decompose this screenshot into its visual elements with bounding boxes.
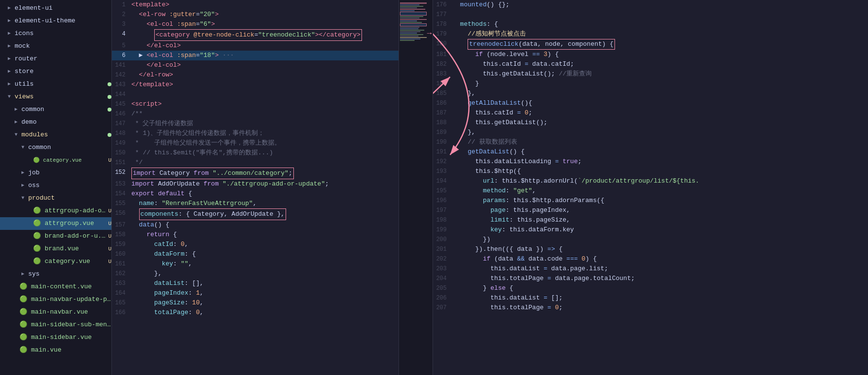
sidebar-item-mock[interactable]: ▶ mock	[0, 40, 111, 53]
code-line-5[interactable]: 5 </el-col>	[112, 41, 398, 51]
sidebar-item-product[interactable]: ▼ product	[0, 192, 111, 205]
right-code-line-198[interactable]: 198 limit: this.pageSize,	[433, 215, 868, 225]
sidebar-item-main-sidebar[interactable]: 🟢 main-sidebar.vue	[0, 331, 111, 344]
left-code-scroll[interactable]: 1 <template> 2 <el-row :gutter="20"> 3 <…	[112, 0, 398, 375]
sidebar-item-store[interactable]: ▶ store	[0, 65, 111, 78]
sidebar-item-icons[interactable]: ▶ icons	[0, 27, 111, 40]
sidebar-item-router[interactable]: ▶ router	[0, 53, 111, 65]
right-code-line-194[interactable]: 194 url: this.$http.adornUrl(`/product/a…	[433, 176, 868, 186]
right-code-line-182[interactable]: 182 this.catId = data.catId;	[433, 59, 868, 69]
sidebar-item-main-navbar[interactable]: 🟢 main-navbar.vue	[0, 306, 111, 319]
dot-badge-views	[108, 95, 111, 99]
code-line-142[interactable]: 142 </el-row>	[112, 70, 398, 80]
right-code-panel: 176 mounted() {}; 177 178 methods: { 179	[433, 0, 868, 375]
code-line-159[interactable]: 159 catId: 0,	[112, 240, 398, 249]
right-code-line-177[interactable]: 177	[433, 10, 868, 19]
code-line-154[interactable]: 154 export default {	[112, 189, 398, 199]
right-code-line-197[interactable]: 197 page: this.pageIndex,	[433, 206, 868, 215]
code-line-157[interactable]: 157 data() {	[112, 220, 398, 230]
code-line-1[interactable]: 1 <template>	[112, 0, 398, 10]
code-line-148[interactable]: 148 * 1)、子组件给父组件传递数据，事件机制；	[112, 129, 398, 138]
right-code-line-185[interactable]: 185 },	[433, 89, 868, 98]
minimap-line	[400, 40, 415, 41]
sidebar-item-main-vue[interactable]: 🟢 main.vue	[0, 344, 111, 356]
code-line-162[interactable]: 162 },	[112, 269, 398, 279]
sidebar-item-job[interactable]: ▶ job	[0, 167, 111, 179]
sidebar-item-main-navbar-update[interactable]: 🟢 main-navbar-update-pas...	[0, 293, 111, 306]
tree-arrow-router: ▶	[8, 54, 15, 64]
code-line-163[interactable]: 163 dataList: [],	[112, 279, 398, 288]
code-line-141[interactable]: 141 </el-col>	[112, 60, 398, 70]
right-code-line-188[interactable]: 188 this.getDataList();	[433, 118, 868, 128]
right-code-line-196[interactable]: 196 params: this.$http.adornParams({	[433, 196, 868, 206]
code-line-143[interactable]: 143 </template>	[112, 80, 398, 90]
right-code-line-192[interactable]: 192 this.dataListLoading = true;	[433, 157, 868, 167]
right-code-line-201[interactable]: 201 }).then(({ data }) => {	[433, 244, 868, 254]
sidebar-item-brand-vue[interactable]: 🟢 brand.vue U	[0, 243, 111, 255]
sidebar-item-category-vue2[interactable]: 🟢 category.vue U	[0, 255, 111, 268]
sidebar-item-modules-common[interactable]: ▼ common	[0, 141, 111, 154]
code-line-151[interactable]: 151 */	[112, 158, 398, 168]
sidebar-item-utils[interactable]: ▶ utils	[0, 78, 111, 91]
right-code-line-207[interactable]: 207 this.totalPage = 0;	[433, 303, 868, 313]
code-line-153[interactable]: 153 import AddOrUpdate from "./attrgroup…	[112, 179, 398, 189]
sidebar-item-main-sidebar-sub[interactable]: 🟢 main-sidebar-sub-menu...	[0, 319, 111, 331]
right-code-line-186[interactable]: 186 getAllDataList(){	[433, 98, 868, 108]
right-code-line-179[interactable]: 179 //感知树节点被点击	[433, 29, 868, 39]
minimap[interactable]: →	[399, 0, 433, 375]
sidebar-item-brand-add[interactable]: 🟢 brand-add-or-u... U	[0, 230, 111, 243]
right-code-line-205[interactable]: 205 } else {	[433, 283, 868, 293]
right-code-line-199[interactable]: 199 key: this.dataForm.key	[433, 225, 868, 235]
code-line-161[interactable]: 161 key: "",	[112, 259, 398, 269]
right-code-line-187[interactable]: 187 this.catId = 0;	[433, 108, 868, 118]
code-line-150[interactable]: 150 * // this.$emit("事件名",携带的数据...)	[112, 148, 398, 158]
sidebar-item-attrgroup-add[interactable]: 🟢 attrgroup-add-o... U	[0, 205, 111, 217]
sidebar-item-element-ui-theme[interactable]: ▶ element-ui-theme	[0, 15, 111, 27]
code-line-144[interactable]: 144	[112, 90, 398, 99]
sidebar-item-views[interactable]: ▼ views	[0, 91, 111, 103]
code-line-164[interactable]: 164 pageIndex: 1,	[112, 288, 398, 298]
right-code-line-184[interactable]: 184 }	[433, 79, 868, 89]
code-line-166[interactable]: 166 totalPage: 0,	[112, 308, 398, 318]
code-line-160[interactable]: 160 dataForm: {	[112, 249, 398, 259]
right-code-line-181[interactable]: 181 if (node.level == 3) {	[433, 50, 868, 59]
right-code-line-195[interactable]: 195 method: "get",	[433, 186, 868, 196]
sidebar-item-sys[interactable]: ▶ sys	[0, 268, 111, 281]
sidebar-item-common[interactable]: ▶ common	[0, 103, 111, 116]
sidebar-item-oss[interactable]: ▶ oss	[0, 179, 111, 192]
code-line-6[interactable]: 6 ▶ <el-col :span="18"> ···	[112, 51, 398, 60]
code-line-3[interactable]: 3 <el-col :span="6">	[112, 19, 398, 29]
line-content-157: data() {	[131, 220, 398, 230]
code-line-158[interactable]: 158 return {	[112, 230, 398, 240]
code-line-152[interactable]: 152 import Category from "../common/cate…	[112, 168, 398, 179]
code-line-156[interactable]: 156 components: { Category, AddOrUpdate …	[112, 208, 398, 220]
code-line-155[interactable]: 155 name: "RenrenFastVueAttrgroup",	[112, 199, 398, 208]
sidebar-item-demo[interactable]: ▶ demo	[0, 116, 111, 129]
right-code-line-204[interactable]: 204 this.totalPage = data.page.totalCoun…	[433, 274, 868, 283]
right-code-line-200[interactable]: 200 })	[433, 235, 868, 244]
code-line-146[interactable]: 146 /**	[112, 109, 398, 119]
right-code-line-203[interactable]: 203 this.dataList = data.page.list;	[433, 264, 868, 274]
right-code-line-193[interactable]: 193 this.$http({	[433, 167, 868, 176]
right-code-scroll[interactable]: 176 mounted() {}; 177 178 methods: { 179	[433, 0, 868, 375]
code-line-165[interactable]: 165 pageSize: 10,	[112, 298, 398, 308]
right-code-line-190[interactable]: 190 // 获取数据列表	[433, 137, 868, 147]
right-code-line-180[interactable]: 180 treenodeclick(data, node, component)…	[433, 39, 868, 50]
sidebar-item-modules[interactable]: ▼ modules	[0, 129, 111, 141]
right-code-line-206[interactable]: 206 this.dataList = [];	[433, 293, 868, 303]
sidebar-item-main-content[interactable]: 🟢 main-content.vue	[0, 281, 111, 293]
right-code-line-189[interactable]: 189 },	[433, 128, 868, 137]
right-code-line-183[interactable]: 183 this.getDataList(); //重新查询	[433, 69, 868, 79]
right-code-line-176[interactable]: 176 mounted() {};	[433, 0, 868, 10]
code-line-147[interactable]: 147 * 父子组件传递数据	[112, 119, 398, 129]
sidebar-item-category-vue[interactable]: 🟢 category.vue U	[0, 154, 111, 167]
code-line-4[interactable]: 4 <category @tree-node-click="treenodecl…	[112, 29, 398, 41]
right-code-line-202[interactable]: 202 if (data && data.code === 0) {	[433, 254, 868, 264]
right-code-line-191[interactable]: 191 getDataList() {	[433, 147, 868, 157]
code-line-149[interactable]: 149 * 子组件给父组件发送一个事件，携带上数据。	[112, 138, 398, 148]
right-code-line-178[interactable]: 178 methods: {	[433, 19, 868, 29]
sidebar-item-attrgroup-vue[interactable]: 🟢 attrgroup.vue U	[0, 217, 111, 230]
code-line-2[interactable]: 2 <el-row :gutter="20">	[112, 10, 398, 19]
sidebar-item-element-ui[interactable]: ▶ element-ui	[0, 2, 111, 15]
code-line-145[interactable]: 145 <script>	[112, 99, 398, 109]
